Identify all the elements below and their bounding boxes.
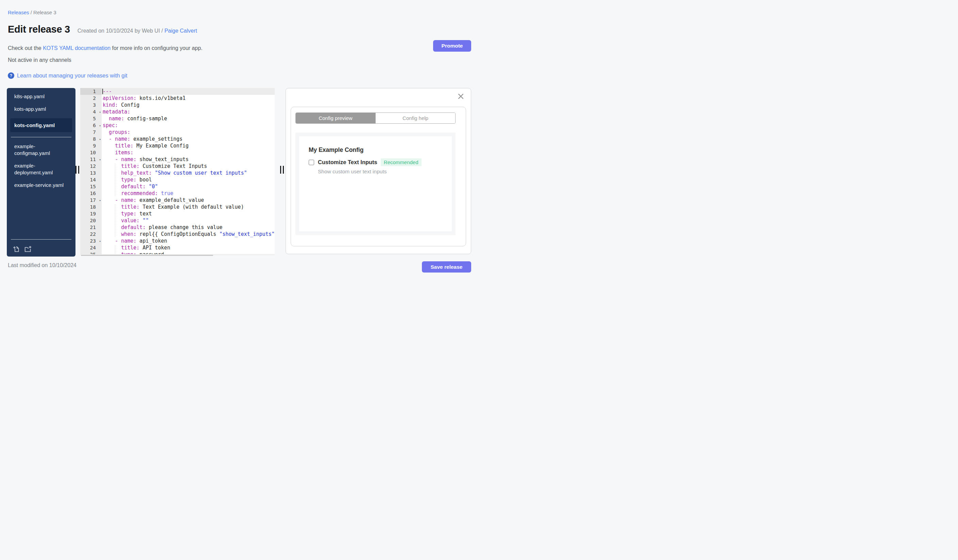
release-editor-page: Releases / Release 3 Edit release 3 Crea… xyxy=(0,0,479,280)
save-release-button[interactable]: Save release xyxy=(422,261,471,272)
recommended-badge: Recommended xyxy=(381,158,422,166)
preview-tabs: Config preview Config help xyxy=(295,112,455,124)
gutter-line[interactable]: 12 xyxy=(80,163,102,169)
fold-arrow-icon[interactable]: ▾ xyxy=(99,109,101,115)
code-line[interactable]: title: Customize Text Inputs xyxy=(102,163,275,169)
code-line[interactable]: title: Text Example (with default value) xyxy=(102,204,275,210)
fold-arrow-icon[interactable]: ▾ xyxy=(99,122,101,129)
sidebar-actions xyxy=(13,245,32,253)
sidebar-file[interactable]: example-deployment.yaml xyxy=(7,163,76,176)
tab-config-preview[interactable]: Config preview xyxy=(296,113,375,123)
sidebar-file[interactable]: kots-config.yaml xyxy=(10,118,72,132)
code-line[interactable]: spec: xyxy=(102,122,275,129)
file-list: k8s-app.yamlkots-app.yamlkots-config.yam… xyxy=(7,88,76,188)
code-line[interactable]: title: API token xyxy=(102,244,275,251)
gutter-line[interactable]: 16 xyxy=(80,190,102,197)
code-line[interactable]: metadata: xyxy=(102,108,275,115)
sidebar-file[interactable]: k8s-app.yaml xyxy=(7,93,76,100)
docs-line: Check out the KOTS YAML documentation fo… xyxy=(8,45,202,51)
gutter-line[interactable]: 4▾ xyxy=(80,108,102,115)
gutter-line[interactable]: 23▾ xyxy=(80,237,102,244)
editor-gutter: 1234▾56▾78▾91011▾121314151617▾1819202122… xyxy=(80,88,102,256)
gutter-line[interactable]: 8▾ xyxy=(80,136,102,142)
customize-text-inputs-checkbox[interactable] xyxy=(309,160,314,165)
new-folder-icon[interactable] xyxy=(24,245,32,253)
kots-docs-link[interactable]: KOTS YAML documentation xyxy=(43,45,111,51)
code-line[interactable]: - name: example_default_value xyxy=(102,197,275,204)
code-line[interactable]: groups: xyxy=(102,129,275,136)
new-file-icon[interactable] xyxy=(13,245,20,253)
gutter-line[interactable]: 15 xyxy=(80,183,102,190)
gutter-line[interactable]: 21 xyxy=(80,224,102,231)
indent-guide xyxy=(115,245,115,254)
fold-arrow-icon[interactable]: ▾ xyxy=(99,238,101,245)
gutter-line[interactable]: 9 xyxy=(80,142,102,149)
config-item-row: Customize Text Inputs Recommended xyxy=(299,158,452,166)
close-icon[interactable] xyxy=(458,93,464,99)
title-row: Edit release 3 Created on 10/10/2024 by … xyxy=(8,24,197,35)
editor-resize-handle[interactable] xyxy=(280,166,284,174)
indent-guide xyxy=(115,204,115,237)
tab-config-help[interactable]: Config help xyxy=(375,113,455,123)
gutter-line[interactable]: 10 xyxy=(80,149,102,156)
code-line[interactable]: items: xyxy=(102,149,275,156)
gutter-line[interactable]: 18 xyxy=(80,204,102,210)
code-line[interactable]: - name: example_settings xyxy=(102,136,275,142)
code-line[interactable]: when: repl{{ ConfigOptionEquals "show_te… xyxy=(102,231,275,237)
gutter-line[interactable]: 5 xyxy=(80,115,102,122)
code-line[interactable]: kind: Config xyxy=(102,101,275,108)
preview-card: Config preview Config help My Example Co… xyxy=(291,107,466,246)
gutter-line[interactable]: 1 xyxy=(80,88,102,95)
code-line[interactable]: help_text: "Show custom user text inputs… xyxy=(102,169,275,176)
gutter-line[interactable]: 11▾ xyxy=(80,156,102,163)
code-line[interactable]: title: My Example Config xyxy=(102,142,275,149)
sidebar-file[interactable]: example-service.yaml xyxy=(7,182,76,188)
created-text: Created on 10/10/2024 by Web UI / xyxy=(78,28,163,34)
code-line[interactable]: - name: show_text_inputs xyxy=(102,156,275,163)
code-line[interactable]: recommended: true xyxy=(102,190,275,197)
breadcrumb-releases-link[interactable]: Releases xyxy=(8,9,29,15)
gutter-line[interactable]: 19 xyxy=(80,210,102,217)
text-cursor xyxy=(102,89,103,94)
editor-code[interactable]: ---apiVersion: kots.io/v1beta1kind: Conf… xyxy=(102,88,275,256)
code-line[interactable]: type: text xyxy=(102,210,275,217)
file-sidebar: k8s-app.yamlkots-app.yamlkots-config.yam… xyxy=(7,88,76,256)
gutter-line[interactable]: 22 xyxy=(80,231,102,237)
sidebar-bottom-divider xyxy=(11,239,71,240)
gutter-line[interactable]: 17▾ xyxy=(80,197,102,204)
scrollbar-thumb[interactable] xyxy=(81,255,213,256)
gutter-line[interactable]: 6▾ xyxy=(80,122,102,129)
fold-arrow-icon[interactable]: ▾ xyxy=(99,136,101,143)
fold-arrow-icon[interactable]: ▾ xyxy=(99,197,101,204)
gutter-line[interactable]: 20 xyxy=(80,217,102,224)
author-link[interactable]: Paige Calvert xyxy=(165,28,197,34)
code-line[interactable]: value: "" xyxy=(102,217,275,224)
indent-guide xyxy=(115,163,115,196)
fold-arrow-icon[interactable]: ▾ xyxy=(99,156,101,163)
help-icon[interactable]: ? xyxy=(8,73,14,79)
sidebar-file[interactable]: example-configmap.yaml xyxy=(7,143,76,157)
gutter-line[interactable]: 14 xyxy=(80,176,102,183)
gutter-line[interactable]: 24 xyxy=(80,244,102,251)
file-list-bottom: example-configmap.yamlexample-deployment… xyxy=(7,143,76,188)
config-item-label: Customize Text Inputs xyxy=(318,159,377,166)
gutter-line[interactable]: 3 xyxy=(80,101,102,108)
preview-body: My Example Config Customize Text Inputs … xyxy=(295,133,455,235)
code-line[interactable]: - name: api_token xyxy=(102,237,275,244)
sidebar-resize-handle[interactable] xyxy=(76,166,79,174)
code-line[interactable]: default: "0" xyxy=(102,183,275,190)
promote-button[interactable]: Promote xyxy=(433,40,471,52)
gutter-line[interactable]: 2 xyxy=(80,95,102,101)
code-line[interactable]: name: config-sample xyxy=(102,115,275,122)
gutter-line[interactable]: 13 xyxy=(80,169,102,176)
code-line[interactable]: default: please change this value xyxy=(102,224,275,231)
git-help-row: ? Learn about managing your releases wit… xyxy=(8,73,127,79)
gutter-line[interactable]: 7 xyxy=(80,129,102,136)
git-releases-link[interactable]: Learn about managing your releases with … xyxy=(17,73,127,79)
sidebar-file[interactable]: kots-app.yaml xyxy=(7,106,76,112)
code-line[interactable]: --- xyxy=(102,88,275,95)
created-meta: Created on 10/10/2024 by Web UI / Paige … xyxy=(78,28,197,34)
code-line[interactable]: apiVersion: kots.io/v1beta1 xyxy=(102,95,275,101)
code-line[interactable]: type: bool xyxy=(102,176,275,183)
yaml-editor[interactable]: 1234▾56▾78▾91011▾121314151617▾1819202122… xyxy=(80,88,275,256)
